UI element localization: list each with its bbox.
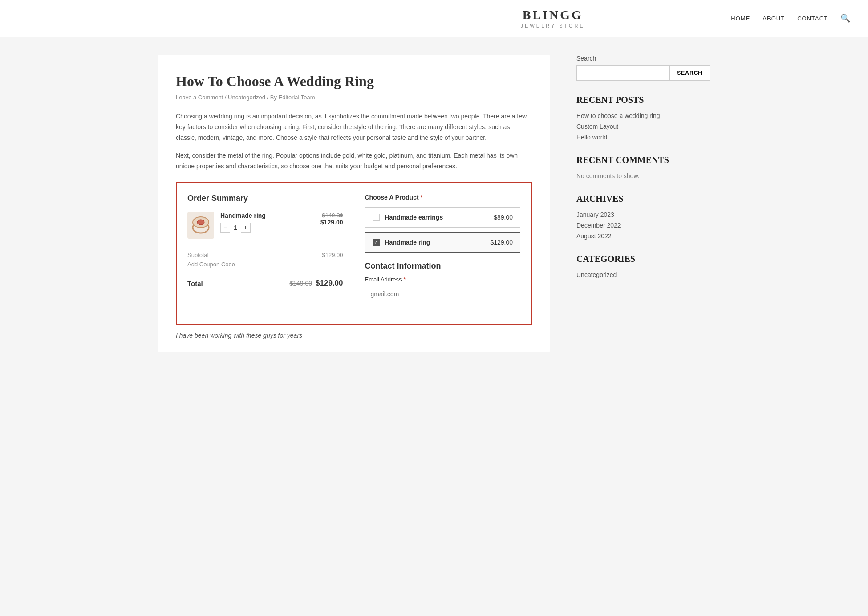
nav-about[interactable]: ABOUT [763, 15, 785, 22]
order-summary-panel: Order Summary Handmade ring [177, 183, 354, 324]
page-wrapper: How To Choose A Wedding Ring Leave a Com… [145, 37, 723, 370]
article-para-1: Choosing a wedding ring is an important … [176, 111, 532, 143]
search-input[interactable] [576, 65, 670, 81]
archive-dec-2022[interactable]: December 2022 [576, 222, 710, 229]
sidebar: Search SEARCH RECENT POSTS How to choose… [576, 55, 710, 352]
article-para-2: Next, consider the metal of the ring. Po… [176, 151, 532, 172]
recent-comments-title: RECENT COMMENTS [576, 155, 710, 165]
recent-post-1[interactable]: How to choose a wedding ring [576, 112, 710, 119]
recent-post-2[interactable]: Custom Layout [576, 123, 710, 130]
main-nav: HOME ABOUT CONTACT 🔍 [731, 13, 850, 23]
product-option-earrings[interactable]: Handmade earrings $89.00 [365, 207, 521, 228]
categories-title: CATEGORIES [576, 254, 710, 264]
qty-increase-button[interactable]: + [241, 223, 251, 233]
product-option-price-earrings: $89.00 [494, 214, 513, 221]
checkbox-ring[interactable] [373, 239, 380, 246]
coupon-row: Add Coupon Code [187, 261, 343, 268]
article-testimonial: I have been working with these guys for … [176, 332, 532, 339]
order-box: Order Summary Handmade ring [176, 182, 532, 325]
sidebar-archives: ARCHIVES January 2023 December 2022 Augu… [576, 194, 710, 240]
product-option-ring[interactable]: Handmade ring $129.00 [365, 232, 521, 253]
site-header: BLINGG JEWELRY STORE HOME ABOUT CONTACT … [0, 0, 868, 37]
sidebar-search: Search SEARCH [576, 55, 710, 81]
order-total-row: Total $149.00 $129.00 [187, 279, 343, 288]
search-icon-button[interactable]: 🔍 [840, 13, 850, 23]
order-summary-title: Order Summary [187, 194, 343, 203]
contact-info-title: Contact Information [365, 261, 521, 271]
archive-aug-2022[interactable]: August 2022 [576, 233, 710, 240]
subtotal-value: $129.00 [322, 252, 343, 258]
article-body: Choosing a wedding ring is an important … [176, 111, 532, 171]
total-price-original: $149.00 [289, 280, 312, 287]
choose-product-required: * [420, 194, 422, 201]
order-subtotal-row: Subtotal $129.00 [187, 252, 343, 258]
coupon-label: Add Coupon Code [187, 261, 235, 268]
qty-decrease-button[interactable]: − [220, 223, 230, 233]
search-button[interactable]: SEARCH [670, 65, 710, 81]
subtotal-label: Subtotal [187, 252, 209, 258]
total-label: Total [187, 280, 203, 287]
qty-controls: − 1 + [220, 223, 314, 233]
search-row: SEARCH [576, 65, 710, 81]
order-right-panel: Choose A Product * Handmade earrings $89… [354, 183, 531, 324]
order-divider [187, 246, 343, 246]
recent-post-3[interactable]: Hello world! [576, 134, 710, 141]
search-label: Search [576, 55, 710, 62]
choose-product-title: Choose A Product * [365, 194, 521, 201]
order-item-name: Handmade ring [220, 212, 314, 219]
main-content: How To Choose A Wedding Ring Leave a Com… [158, 55, 550, 352]
no-comments-text: No comments to show. [576, 172, 710, 179]
site-logo: BLINGG JEWELRY STORE [374, 8, 731, 29]
nav-home[interactable]: HOME [731, 15, 750, 22]
sidebar-recent-posts: RECENT POSTS How to choose a wedding rin… [576, 95, 710, 141]
recent-posts-title: RECENT POSTS [576, 95, 710, 105]
order-item-image [187, 212, 214, 239]
qty-value: 1 [234, 224, 237, 231]
archives-title: ARCHIVES [576, 194, 710, 204]
product-option-price-ring: $129.00 [490, 239, 513, 246]
article-title: How To Choose A Wedding Ring [176, 73, 532, 90]
order-divider-2 [187, 273, 343, 273]
product-option-name-earrings: Handmade earrings [385, 214, 489, 221]
archive-jan-2023[interactable]: January 2023 [576, 211, 710, 218]
item-price-current: $129.00 [320, 219, 343, 226]
email-input[interactable] [365, 286, 521, 302]
nav-contact[interactable]: CONTACT [797, 15, 828, 22]
category-uncategorized[interactable]: Uncategorized [576, 271, 710, 278]
order-item-details: Handmade ring − 1 + [220, 212, 314, 233]
checkbox-earrings[interactable] [373, 214, 380, 221]
site-subtitle: JEWELRY STORE [374, 23, 731, 29]
total-price-current: $129.00 [316, 279, 343, 288]
site-title: BLINGG [374, 8, 731, 22]
total-prices: $149.00 $129.00 [289, 279, 343, 288]
email-required-marker: * [403, 276, 406, 283]
sidebar-recent-comments: RECENT COMMENTS No comments to show. [576, 155, 710, 179]
ring-svg-icon [190, 214, 212, 237]
product-option-name-ring: Handmade ring [385, 239, 485, 246]
article-meta: Leave a Comment / Uncategorized / By Edi… [176, 94, 532, 101]
email-label: Email Address * [365, 276, 521, 283]
remove-item-button[interactable]: ✕ [338, 212, 343, 219]
sidebar-categories: CATEGORIES Uncategorized [576, 254, 710, 278]
order-item-row: Handmade ring − 1 + $149.00 $129.00 ✕ [187, 212, 343, 239]
